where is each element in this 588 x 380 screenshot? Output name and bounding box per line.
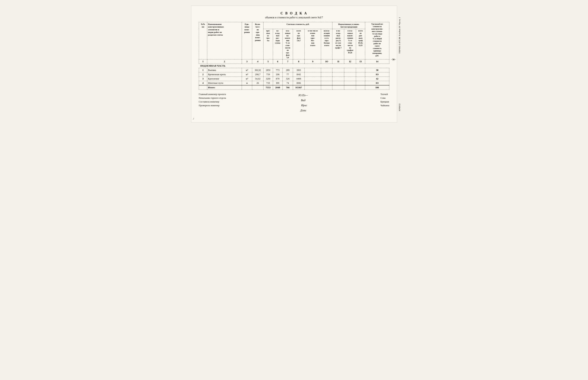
table-row: 4 Шахтные пути м 26 733 I99 74 I006 IO bbox=[199, 81, 389, 85]
row3-pryamye: 32I0 bbox=[264, 76, 273, 81]
row3-vsego: 4406 bbox=[293, 76, 304, 81]
title-block: С В О Д К А объемов и стоимости работ к … bbox=[199, 11, 389, 19]
row1-ekspluataciya bbox=[321, 68, 332, 72]
row3-nakladnye: 870 bbox=[273, 76, 283, 81]
row2-osnov-zp bbox=[304, 72, 321, 76]
row3-qty: 54,02 bbox=[252, 76, 264, 81]
row2-nakladnye: 206 bbox=[273, 72, 283, 76]
col-udel-title: Удельный весстоимостиконструктив-ного эл… bbox=[365, 22, 389, 59]
row1-unit: м³ bbox=[242, 68, 252, 72]
col-qty: Коли-чест-воеди-ницизме-рения bbox=[252, 22, 264, 59]
row1-nakladnye: 773 bbox=[273, 68, 283, 72]
col-num-2: 2 bbox=[207, 59, 242, 64]
row3-planovye-pct bbox=[344, 76, 356, 81]
total-osnov-zp bbox=[304, 85, 321, 90]
corner-mark: / bbox=[193, 117, 194, 120]
total-num bbox=[199, 85, 207, 90]
row4-qty: 26 bbox=[252, 81, 264, 85]
col-smeta-title: Сметная стоимость, руб. bbox=[264, 22, 332, 29]
col-planovye-pct: в пла-новыхнакоп-лениях% отстои-мостипог… bbox=[344, 29, 356, 59]
footer-block: Главный инженер проекта Начальник горног… bbox=[199, 93, 389, 115]
col-pryamye: пря-мыеза-тра-ты bbox=[264, 29, 273, 59]
side-number: - 58 - bbox=[391, 58, 396, 61]
col-num-13: I3 bbox=[356, 59, 365, 64]
row1-vsego-norm bbox=[356, 68, 365, 72]
col-num-1: I bbox=[199, 59, 207, 64]
section-header-row: ПОДЗЕМНАЯ ЧАСТЬ bbox=[199, 64, 389, 68]
total-udel: I00 bbox=[365, 85, 389, 90]
row4-vsego: I006 bbox=[293, 81, 304, 85]
row2-planovye: 77 bbox=[283, 72, 293, 76]
row2-planovye-pct bbox=[344, 72, 356, 76]
col-num-10: IO bbox=[321, 59, 332, 64]
col-num-6: 6 bbox=[273, 59, 283, 64]
total-unit bbox=[242, 85, 252, 90]
row1-nakladnye-pct bbox=[332, 68, 344, 72]
signatures-area: Ю.Пл— Вад Ирис Дгаи bbox=[299, 93, 308, 113]
row2-qty: 298,7 bbox=[252, 72, 264, 76]
row4-planovye-pct bbox=[344, 81, 356, 85]
row3-name: Крепление bbox=[207, 76, 242, 81]
col-nn: №№пп bbox=[199, 22, 207, 59]
total-vsego: IO367 bbox=[293, 85, 304, 90]
footer-roles: Главный инженер проекта Начальник горног… bbox=[199, 93, 226, 115]
col-norm-title: Нормативная условно-чистая продукция bbox=[332, 22, 365, 29]
total-row: Итого: 7553 2048 766 IO367 I00 bbox=[199, 85, 389, 90]
row4-ekspluataciya bbox=[321, 81, 332, 85]
role-2: Начальник горного отдела bbox=[199, 96, 226, 99]
row2-nakladnye-pct bbox=[332, 72, 344, 76]
col-unit: Еди-ницаизме-рения bbox=[242, 22, 252, 59]
name-1: Топчей bbox=[380, 93, 389, 96]
row1-planovye-pct bbox=[344, 68, 356, 72]
total-qty bbox=[252, 85, 264, 90]
sig-4: Дгаи bbox=[299, 108, 308, 113]
row3-planovye: 326 bbox=[283, 76, 293, 81]
row1-pryamye: 285I bbox=[264, 68, 273, 72]
main-table: №№пп Наименованиеконструктивныхэлементов… bbox=[199, 22, 389, 90]
col-nakladnye-pct: в на-клад-ныхрасхо-дах,%от сум-мы пограф… bbox=[332, 29, 344, 59]
col-num-14: I4 bbox=[365, 59, 389, 64]
row3-unit: м³ bbox=[242, 76, 252, 81]
name-2: Сова bbox=[380, 96, 389, 99]
col-num-4: 4 bbox=[252, 59, 264, 64]
row1-name: Выемка bbox=[207, 68, 242, 72]
col-ekspluataciya: эксплу-атациямашинв т.ч.зара-ботнаяплата bbox=[321, 29, 332, 59]
row2-unit: м³ bbox=[242, 72, 252, 76]
total-ekspluataciya bbox=[321, 85, 332, 90]
total-vsego-norm bbox=[356, 85, 365, 90]
row1-vsego: 39I3 bbox=[293, 68, 304, 72]
col-osnov-zp: в том числеоснов-наязара-бот-наяплата bbox=[304, 29, 321, 59]
total-pryamye: 7553 bbox=[264, 85, 273, 90]
row2-pryamye: 759 bbox=[264, 72, 273, 76]
col-num-11: II bbox=[332, 59, 344, 64]
title-sub: объемов и стоимости работ к локальной см… bbox=[199, 16, 389, 19]
section-header-label: ПОДЗЕМНАЯ ЧАСТЬ bbox=[199, 64, 389, 68]
name-3: Брицкая bbox=[380, 100, 389, 103]
row1-num: I bbox=[199, 68, 207, 72]
row4-nakladnye: I99 bbox=[273, 81, 283, 85]
row3-num: 3 bbox=[199, 76, 207, 81]
row3-ekspluataciya bbox=[321, 76, 332, 81]
row3-udel: 42 bbox=[365, 76, 389, 81]
col-num-9: 9 bbox=[304, 59, 321, 64]
row3-nakladnye-pct bbox=[332, 76, 344, 81]
row1-planovye: 289 bbox=[283, 68, 293, 72]
row1-udel: 38 bbox=[365, 68, 389, 72]
table-row: 2 Временная крепь м³ 298,7 759 206 77 I0… bbox=[199, 72, 389, 76]
col-num-7: 7 bbox=[283, 59, 293, 64]
row2-name: Временная крепь bbox=[207, 72, 242, 76]
row1-qty: 3I0,92 bbox=[252, 68, 264, 72]
col-nakladnye: на-клад-ныерас-ходысумма bbox=[273, 29, 283, 59]
row4-nakladnye-pct bbox=[332, 81, 344, 85]
row4-osnov-zp bbox=[304, 81, 321, 85]
row4-planovye: 74 bbox=[283, 81, 293, 85]
col-num-12: I2 bbox=[344, 59, 356, 64]
sig-2: Вад bbox=[299, 98, 308, 103]
total-planovye: 766 bbox=[283, 85, 293, 90]
total-planovye-pct bbox=[344, 85, 356, 90]
total-label: Итого: bbox=[207, 85, 242, 90]
row1-osnov-zp bbox=[304, 68, 321, 72]
page: С В О Д К А объемов и стоимости работ к … bbox=[191, 6, 397, 122]
row2-num: 2 bbox=[199, 72, 207, 76]
row2-vsego: I042 bbox=[293, 72, 304, 76]
